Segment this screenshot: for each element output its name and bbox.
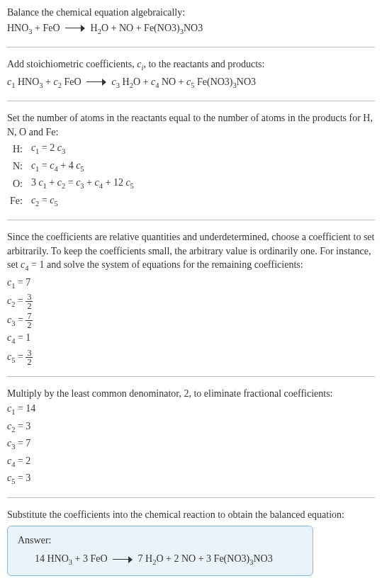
arrow-icon <box>113 556 133 563</box>
eq-part: = 1 <box>15 332 30 343</box>
atom-label: N: <box>7 158 28 175</box>
text-part: , to the reactants and products: <box>143 59 264 69</box>
eq-part: + <box>47 177 57 188</box>
stoich-text: Add stoichiometric coefficients, ci, to … <box>7 57 375 73</box>
coeff-line: c3 = 72 <box>7 312 375 329</box>
text-part: Add stoichiometric coefficients, <box>7 59 137 69</box>
eq-part: 7 H <box>138 553 153 564</box>
eq-part: + 4 <box>58 160 76 171</box>
table-row: Fe: c2 = c5 <box>7 193 137 210</box>
atom-label: H: <box>7 140 28 157</box>
atom-eq: c2 = c5 <box>28 193 137 210</box>
arbitrary-section: Since the coefficients are relative quan… <box>7 230 375 366</box>
answer-equation: 14 HNO3 + 3 FeO 7 H2O + 2 NO + 3 Fe(NO3)… <box>18 552 303 567</box>
eq-part: = <box>39 195 50 205</box>
eq-part: 3 <box>31 177 39 188</box>
atoms-table: H: c1 = 2 c3 N: c1 = c4 + 4 c5 O: 3 c1 +… <box>7 140 137 210</box>
eq-part: = 3 <box>15 473 30 483</box>
eq-part: = <box>15 351 26 362</box>
lcd-section: Multiply by the least common denominator… <box>7 387 375 487</box>
table-row: N: c1 = c4 + 4 c5 <box>7 158 137 175</box>
coeff-line: c5 = 3 <box>7 471 375 487</box>
answer-box: Answer: 14 HNO3 + 3 FeO 7 H2O + 2 NO + 3… <box>7 526 313 575</box>
coeff-sub: 5 <box>80 165 84 173</box>
eq-part: = 7 <box>15 277 30 288</box>
eq-part: = <box>15 315 26 325</box>
eq-part: NO + <box>159 77 186 87</box>
stoich-equation: c1 HNO3 + c2 FeO c3 H2O + c4 NO + c5 Fe(… <box>7 75 375 91</box>
fraction: 32 <box>26 293 33 310</box>
divider <box>7 220 375 220</box>
eq-part: + <box>43 77 54 87</box>
eq-part: 14 HNO <box>35 553 69 564</box>
eq-part: Fe(NO3) <box>194 77 232 87</box>
coeff-line: c4 = 2 <box>7 454 375 470</box>
eq-part: O + NO + Fe(NO3) <box>101 23 180 33</box>
fraction: 72 <box>26 312 33 329</box>
coeff-line: c2 = 3 <box>7 419 375 435</box>
eq-part: = 14 <box>15 403 35 414</box>
arrow-icon <box>86 79 106 86</box>
eq-part: + 3 FeO <box>72 553 108 564</box>
intro-equation: HNO3 + FeO H2O + NO + Fe(NO3)3NO3 <box>7 21 375 37</box>
coeff-sub: 3 <box>62 147 65 155</box>
eq-part: FeO <box>62 77 82 87</box>
atom-label: Fe: <box>7 193 28 210</box>
intro-text: Balance the chemical equation algebraica… <box>7 6 375 20</box>
eq-part: NO3 <box>253 553 272 564</box>
eq-part: NO3 <box>237 77 256 87</box>
eq-part: = <box>65 177 76 188</box>
eq-part: + FeO <box>33 23 60 33</box>
coeff-sub: 5 <box>130 182 134 190</box>
eq-part: + <box>84 177 95 188</box>
divider <box>7 497 375 498</box>
final-text: Substitute the coefficients into the che… <box>7 508 375 522</box>
eq-part: + 12 <box>103 177 125 188</box>
coeff-sub: 5 <box>54 199 57 207</box>
eq-part: HNO <box>15 77 39 87</box>
fraction: 32 <box>26 349 33 366</box>
intro-section: Balance the chemical equation algebraica… <box>7 6 375 37</box>
atom-eq: c1 = 2 c3 <box>28 140 137 157</box>
eq-part: = 2 <box>39 142 57 153</box>
frac-den: 2 <box>26 358 33 366</box>
frac-den: 2 <box>26 321 33 329</box>
lcd-text: Multiply by the least common denominator… <box>7 387 375 401</box>
eq-part: = <box>39 160 50 171</box>
table-row: H: c1 = 2 c3 <box>7 140 137 157</box>
answer-label: Answer: <box>18 533 303 548</box>
eq-part: H <box>91 23 98 33</box>
divider <box>7 47 375 47</box>
atom-label: O: <box>7 175 28 192</box>
table-row: O: 3 c1 + c2 = c3 + c4 + 12 c5 <box>7 175 137 192</box>
divider <box>7 101 375 101</box>
coeff-line: c4 = 1 <box>7 331 375 346</box>
eq-part: = 2 <box>15 456 30 466</box>
text-part: = 1 and solve the system of equations fo… <box>29 259 303 270</box>
coeff-line: c1 = 14 <box>7 402 375 417</box>
atom-eq: 3 c1 + c2 = c3 + c4 + 12 c5 <box>28 175 137 192</box>
coeff-line: c2 = 32 <box>7 293 375 310</box>
coeff-line: c5 = 32 <box>7 349 375 366</box>
eq-part: = 7 <box>15 438 30 448</box>
frac-num: 3 <box>26 349 33 358</box>
arrow-icon <box>65 25 85 32</box>
atoms-section: Set the number of atoms in the reactants… <box>7 111 375 210</box>
divider <box>7 376 375 377</box>
atoms-intro: Set the number of atoms in the reactants… <box>7 111 375 139</box>
arbitrary-text: Since the coefficients are relative quan… <box>7 230 375 274</box>
eq-part: = 3 <box>15 421 30 431</box>
stoich-section: Add stoichiometric coefficients, ci, to … <box>7 57 375 91</box>
eq-part: NO3 <box>184 23 203 33</box>
eq-part: O + <box>133 77 151 87</box>
eq-part: HNO <box>7 23 28 33</box>
eq-part: H <box>120 77 130 87</box>
atom-eq: c1 = c4 + 4 c5 <box>28 158 137 175</box>
final-section: Substitute the coefficients into the che… <box>7 508 375 576</box>
frac-den: 2 <box>26 302 33 310</box>
coeff-line: c3 = 7 <box>7 436 375 452</box>
coeff-line: c1 = 7 <box>7 276 375 291</box>
eq-part: O + 2 NO + 3 Fe(NO3) <box>156 553 249 564</box>
eq-part: = <box>15 295 26 306</box>
